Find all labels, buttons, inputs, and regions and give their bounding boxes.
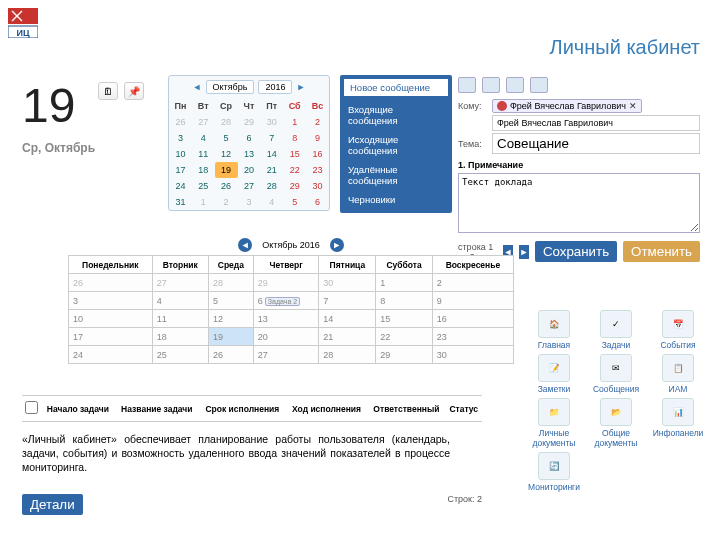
pin-icon[interactable]: 📌 bbox=[124, 82, 144, 100]
mini-cal-day[interactable]: 7 bbox=[260, 130, 283, 146]
week-cal-day[interactable]: 2 bbox=[432, 274, 513, 292]
mini-cal-day[interactable]: 6 bbox=[238, 130, 261, 146]
week-cal-day[interactable]: 22 bbox=[376, 328, 432, 346]
mini-cal-day[interactable]: 1 bbox=[283, 114, 306, 130]
task-col-header[interactable]: Ход исполнения bbox=[286, 396, 368, 422]
week-cal-day[interactable]: 27 bbox=[253, 346, 319, 364]
mini-cal-day[interactable]: 4 bbox=[260, 194, 283, 210]
mini-cal-day[interactable]: 2 bbox=[306, 114, 329, 130]
nav-tile[interactable]: 📋ИАМ bbox=[648, 354, 708, 394]
details-button[interactable]: Детали bbox=[22, 494, 83, 515]
week-cal-day[interactable]: 16 bbox=[432, 310, 513, 328]
mini-cal-month[interactable]: Октябрь bbox=[206, 80, 255, 94]
mini-cal-day[interactable]: 27 bbox=[238, 178, 261, 194]
week-cal-day[interactable]: 12 bbox=[208, 310, 253, 328]
nav-tile[interactable]: 📊Инфопанели bbox=[648, 398, 708, 448]
week-cal-day[interactable]: 1 bbox=[376, 274, 432, 292]
mini-cal-day[interactable]: 16 bbox=[306, 146, 329, 162]
task-col-header[interactable]: Статус bbox=[445, 396, 482, 422]
nav-tile[interactable]: 📝Заметки bbox=[524, 354, 584, 394]
mini-cal-year[interactable]: 2016 bbox=[258, 80, 292, 94]
mini-cal-day[interactable]: 19 bbox=[215, 162, 238, 178]
calendar-event[interactable]: Задача 2 bbox=[265, 297, 300, 306]
subject-input[interactable] bbox=[492, 133, 700, 154]
week-cal-day[interactable]: 26 bbox=[208, 346, 253, 364]
recipient-dropdown[interactable]: Фрей Вячеслав Гаврилович bbox=[492, 115, 700, 131]
mini-cal-day[interactable]: 1 bbox=[192, 194, 215, 210]
delete-icon[interactable] bbox=[530, 77, 548, 93]
week-cal-day[interactable]: 17 bbox=[69, 328, 153, 346]
mini-cal-day[interactable]: 24 bbox=[169, 178, 192, 194]
task-col-header[interactable] bbox=[22, 396, 41, 422]
mini-cal-day[interactable]: 17 bbox=[169, 162, 192, 178]
week-cal-day[interactable]: 5 bbox=[208, 292, 253, 310]
mini-cal-day[interactable]: 13 bbox=[238, 146, 261, 162]
mini-cal-day[interactable]: 27 bbox=[192, 114, 215, 130]
week-cal-day[interactable]: 28 bbox=[319, 346, 376, 364]
nav-tile[interactable]: 📁Личные документы bbox=[524, 398, 584, 448]
mini-cal-day[interactable]: 15 bbox=[283, 146, 306, 162]
mini-cal-day[interactable]: 5 bbox=[215, 130, 238, 146]
mini-cal-day[interactable]: 9 bbox=[306, 130, 329, 146]
mini-cal-day[interactable]: 10 bbox=[169, 146, 192, 162]
mini-cal-day[interactable]: 26 bbox=[215, 178, 238, 194]
task-col-header[interactable]: Срок исполнения bbox=[199, 396, 286, 422]
new-message-button[interactable]: Новое сообщение bbox=[344, 79, 448, 96]
week-cal-day[interactable]: 23 bbox=[432, 328, 513, 346]
week-cal-day[interactable]: 27 bbox=[152, 274, 208, 292]
mini-cal-day[interactable]: 22 bbox=[283, 162, 306, 178]
nav-tile[interactable]: 🔄Мониторинги bbox=[524, 452, 584, 492]
week-cal-day[interactable]: 25 bbox=[152, 346, 208, 364]
week-prev[interactable]: ◄ bbox=[238, 238, 252, 252]
mini-cal-day[interactable]: 8 bbox=[283, 130, 306, 146]
week-cal-day[interactable]: 21 bbox=[319, 328, 376, 346]
week-cal-day[interactable]: 7 bbox=[319, 292, 376, 310]
week-cal-day[interactable]: 20 bbox=[253, 328, 319, 346]
cancel-button[interactable]: Отменить bbox=[623, 241, 700, 262]
week-cal-day[interactable]: 29 bbox=[253, 274, 319, 292]
week-cal-day[interactable]: 19 bbox=[208, 328, 253, 346]
select-all-checkbox[interactable] bbox=[25, 401, 38, 414]
mini-cal-prev[interactable]: ◄ bbox=[193, 82, 202, 92]
message-nav-item[interactable]: Исходящие сообщения bbox=[344, 130, 448, 160]
mini-cal-day[interactable]: 28 bbox=[260, 178, 283, 194]
mini-cal-day[interactable]: 2 bbox=[215, 194, 238, 210]
user-icon[interactable] bbox=[458, 77, 476, 93]
week-cal-day[interactable]: 14 bbox=[319, 310, 376, 328]
week-cal-day[interactable]: 11 bbox=[152, 310, 208, 328]
mini-cal-day[interactable]: 30 bbox=[306, 178, 329, 194]
nav-tile[interactable]: 📅События bbox=[648, 310, 708, 350]
nav-tile[interactable]: 📂Общие документы bbox=[586, 398, 646, 448]
week-cal-day[interactable]: 26 bbox=[69, 274, 153, 292]
nav-tile[interactable]: ✓Задачи bbox=[586, 310, 646, 350]
week-cal-day[interactable]: 29 bbox=[376, 346, 432, 364]
mini-cal-day[interactable]: 26 bbox=[169, 114, 192, 130]
week-cal-day[interactable]: 8 bbox=[376, 292, 432, 310]
week-cal-day[interactable]: 6Задача 2 bbox=[253, 292, 319, 310]
calendar-icon[interactable]: 🗓 bbox=[98, 82, 118, 100]
week-cal-day[interactable]: 13 bbox=[253, 310, 319, 328]
mini-cal-next[interactable]: ► bbox=[296, 82, 305, 92]
mini-cal-day[interactable]: 5 bbox=[283, 194, 306, 210]
message-nav-item[interactable]: Черновики bbox=[344, 190, 448, 209]
week-cal-day[interactable]: 15 bbox=[376, 310, 432, 328]
mini-cal-day[interactable]: 3 bbox=[238, 194, 261, 210]
week-cal-day[interactable]: 10 bbox=[69, 310, 153, 328]
mini-cal-day[interactable]: 21 bbox=[260, 162, 283, 178]
mini-cal-day[interactable]: 14 bbox=[260, 146, 283, 162]
week-cal-day[interactable]: 30 bbox=[432, 346, 513, 364]
save-button[interactable]: Сохранить bbox=[535, 241, 617, 262]
pager-next[interactable]: ► bbox=[519, 245, 529, 259]
message-nav-item[interactable]: Удалённые сообщения bbox=[344, 160, 448, 190]
task-col-header[interactable]: Название задачи bbox=[115, 396, 199, 422]
save-icon[interactable] bbox=[506, 77, 524, 93]
mini-cal-day[interactable]: 29 bbox=[283, 178, 306, 194]
mini-cal-day[interactable]: 4 bbox=[192, 130, 215, 146]
task-col-header[interactable]: Начало задачи bbox=[41, 396, 115, 422]
remove-recipient-icon[interactable]: ✕ bbox=[629, 101, 637, 111]
week-cal-day[interactable]: 18 bbox=[152, 328, 208, 346]
week-cal-day[interactable]: 30 bbox=[319, 274, 376, 292]
nav-tile[interactable]: 🏠Главная bbox=[524, 310, 584, 350]
week-cal-day[interactable]: 3 bbox=[69, 292, 153, 310]
message-nav-item[interactable]: Входящие сообщения bbox=[344, 100, 448, 130]
